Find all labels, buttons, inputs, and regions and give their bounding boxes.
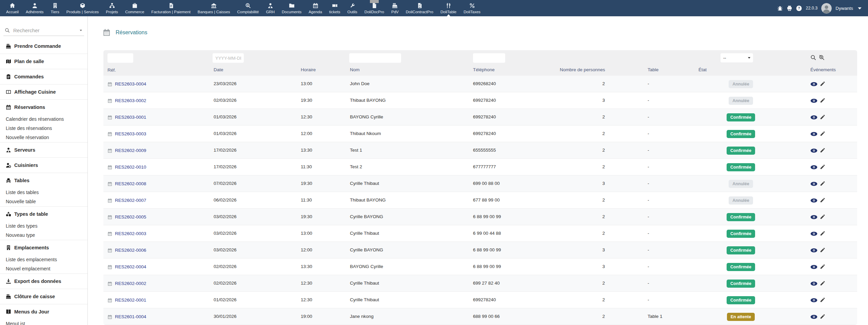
view-icon[interactable] bbox=[810, 298, 817, 303]
edit-icon[interactable] bbox=[820, 81, 825, 87]
view-icon[interactable] bbox=[810, 148, 817, 153]
sidebar-subitem-liste-des-tables[interactable]: Liste des tables bbox=[0, 188, 87, 197]
top-menu-dolicontractpro[interactable]: DoliContractPro bbox=[406, 0, 433, 16]
reservation-ref-link[interactable]: RES2603-0001 bbox=[115, 109, 146, 126]
edit-icon[interactable] bbox=[820, 264, 825, 269]
view-icon[interactable] bbox=[810, 132, 817, 136]
top-menu-comptabilite[interactable]: $Comptabilité bbox=[237, 0, 259, 16]
reservation-ref-link[interactable]: RES2602-0006 bbox=[115, 242, 146, 259]
reservation-ref-link[interactable]: RES2603-0003 bbox=[115, 126, 146, 142]
edit-icon[interactable] bbox=[820, 165, 825, 170]
name-filter-input[interactable] bbox=[349, 53, 401, 63]
top-menu-dolidocpro[interactable]: DoliDocPro bbox=[364, 0, 384, 16]
ref-filter-input[interactable] bbox=[107, 53, 133, 63]
col-header-ref[interactable]: Réf. bbox=[107, 65, 116, 76]
edit-icon[interactable] bbox=[820, 198, 825, 203]
help-icon[interactable]: ? bbox=[796, 5, 802, 11]
search-input[interactable] bbox=[13, 27, 76, 34]
top-menu-pdv[interactable]: PdV bbox=[391, 0, 399, 16]
view-icon[interactable] bbox=[810, 165, 817, 170]
top-menu-projets[interactable]: Projets bbox=[106, 0, 118, 16]
reservation-ref-link[interactable]: RES2603-0004 bbox=[115, 76, 146, 92]
sidebar-item-types-de-table[interactable]: Types de table bbox=[0, 207, 87, 222]
reservation-ref-link[interactable]: RES2602-0010 bbox=[115, 159, 146, 175]
sidebar-item-reservations[interactable]: Réservations bbox=[0, 100, 87, 115]
sidebar-item-cuisiniers[interactable]: Cuisiniers bbox=[0, 158, 87, 173]
view-icon[interactable] bbox=[810, 248, 817, 253]
col-header-nombre-de-personnes[interactable]: Nombre de personnes bbox=[560, 65, 605, 76]
print-icon[interactable] bbox=[787, 5, 792, 11]
top-menu-outils[interactable]: Outils bbox=[347, 0, 357, 16]
reservation-ref-link[interactable]: RES2602-0007 bbox=[115, 192, 146, 209]
reservation-ref-link[interactable]: RES2602-0002 bbox=[115, 275, 146, 292]
sidebar-item-commandes[interactable]: Commandes bbox=[0, 69, 87, 84]
edit-icon[interactable] bbox=[820, 298, 825, 303]
view-icon[interactable] bbox=[810, 198, 817, 203]
col-header-horaire[interactable]: Horaire bbox=[301, 65, 316, 76]
sidebar-item-plan-de-salle[interactable]: Plan de salle bbox=[0, 54, 87, 69]
status-filter-select[interactable]: -- bbox=[721, 53, 753, 62]
reservation-ref-link[interactable]: RES2602-0003 bbox=[115, 226, 146, 242]
edit-icon[interactable] bbox=[820, 115, 825, 120]
top-menu-adherents[interactable]: Adhérents bbox=[26, 0, 43, 16]
top-menu-grh[interactable]: GRH bbox=[266, 0, 275, 16]
col-header-evenements[interactable]: Événements bbox=[810, 65, 836, 76]
edit-icon[interactable] bbox=[820, 231, 825, 236]
sidebar-subitem-menulist[interactable]: MenuList bbox=[0, 319, 87, 325]
chevron-down-icon[interactable] bbox=[857, 5, 863, 11]
edit-icon[interactable] bbox=[820, 148, 825, 153]
view-icon[interactable] bbox=[810, 314, 817, 319]
reservation-ref-link[interactable]: RES2602-0001 bbox=[115, 292, 146, 308]
top-menu-commerce[interactable]: Commerce bbox=[125, 0, 144, 16]
bug-icon[interactable] bbox=[777, 5, 783, 11]
top-menu-agenda[interactable]: Agenda bbox=[309, 0, 322, 16]
view-icon[interactable] bbox=[810, 215, 817, 219]
edit-icon[interactable] bbox=[820, 98, 825, 103]
sidebar-subitem-nouveau-type[interactable]: Nouveau type bbox=[0, 231, 87, 240]
sidebar-item-menus-du-jour[interactable]: Menus du Jour bbox=[0, 304, 87, 319]
sidebar-item-export-des-donnees[interactable]: Export des données bbox=[0, 274, 87, 289]
edit-icon[interactable] bbox=[820, 214, 825, 219]
sidebar-item-affichage-cuisine[interactable]: Affichage Cuisine bbox=[0, 84, 87, 99]
avatar[interactable] bbox=[821, 3, 832, 14]
top-menu-facturation-paiement[interactable]: Facturation | Paiement bbox=[151, 0, 191, 16]
top-menu-accueil[interactable]: Accueil bbox=[6, 0, 19, 16]
view-icon[interactable] bbox=[810, 265, 817, 269]
top-menu-tiers[interactable]: Tiers bbox=[51, 0, 59, 16]
sidebar-item-cloture-de-caisse[interactable]: Clôture de caisse bbox=[0, 289, 87, 304]
reservation-ref-link[interactable]: RES2603-0002 bbox=[115, 93, 146, 109]
date-filter-input[interactable] bbox=[213, 53, 244, 63]
view-icon[interactable] bbox=[810, 181, 817, 186]
sidebar-subitem-nouvelle-table[interactable]: Nouvelle table bbox=[0, 197, 87, 206]
view-icon[interactable] bbox=[810, 115, 817, 120]
clear-filter-icon[interactable] bbox=[819, 55, 825, 60]
reservation-ref-link[interactable]: RES2602-0008 bbox=[115, 176, 146, 192]
sidebar-subitem-liste-des-emplacements[interactable]: Liste des emplacements bbox=[0, 255, 87, 264]
edit-icon[interactable] bbox=[820, 281, 825, 286]
sidebar-subitem-liste-des-reservations[interactable]: Liste des réservations bbox=[0, 124, 87, 133]
sidebar-item-serveurs[interactable]: Serveurs bbox=[0, 142, 87, 157]
col-header-table[interactable]: Table bbox=[648, 65, 658, 76]
sidebar-subitem-nouvel-emplacement[interactable]: Nouvel emplacement bbox=[0, 264, 87, 273]
reservation-ref-link[interactable]: RES2601-0004 bbox=[115, 309, 146, 325]
top-menu-dolitaxes[interactable]: DoliTaxes bbox=[463, 0, 480, 16]
phone-filter-input[interactable] bbox=[473, 53, 505, 63]
col-header-date[interactable]: Date bbox=[214, 65, 223, 76]
top-menu-banques-caisses[interactable]: Banques | Caisses bbox=[198, 0, 230, 16]
edit-icon[interactable] bbox=[820, 181, 825, 186]
sidebar-item-prendre-commande[interactable]: Prendre Commande bbox=[0, 39, 87, 54]
sidebar-item-emplacements[interactable]: Emplacements bbox=[0, 240, 87, 255]
col-header-telephone[interactable]: Téléphone bbox=[473, 65, 495, 76]
reservation-ref-link[interactable]: RES2602-0004 bbox=[115, 259, 146, 275]
sidebar-subitem-nouvelle-reservation[interactable]: Nouvelle réservation bbox=[0, 133, 87, 142]
col-header-etat[interactable]: État bbox=[698, 65, 707, 76]
top-menu-documents[interactable]: Documents bbox=[282, 0, 301, 16]
edit-icon[interactable] bbox=[820, 248, 825, 253]
top-menu-produits-services[interactable]: Produits | Services bbox=[66, 0, 99, 16]
apply-filter-search-icon[interactable] bbox=[810, 55, 816, 60]
edit-icon[interactable] bbox=[820, 314, 825, 319]
sidebar-subitem-calendrier-des-reservations[interactable]: Calendrier des réservations bbox=[0, 115, 87, 124]
username-label[interactable]: Dywants bbox=[835, 6, 853, 11]
search-dropdown-caret-icon[interactable] bbox=[79, 28, 83, 32]
top-menu-tickets[interactable]: tickets bbox=[329, 0, 340, 16]
